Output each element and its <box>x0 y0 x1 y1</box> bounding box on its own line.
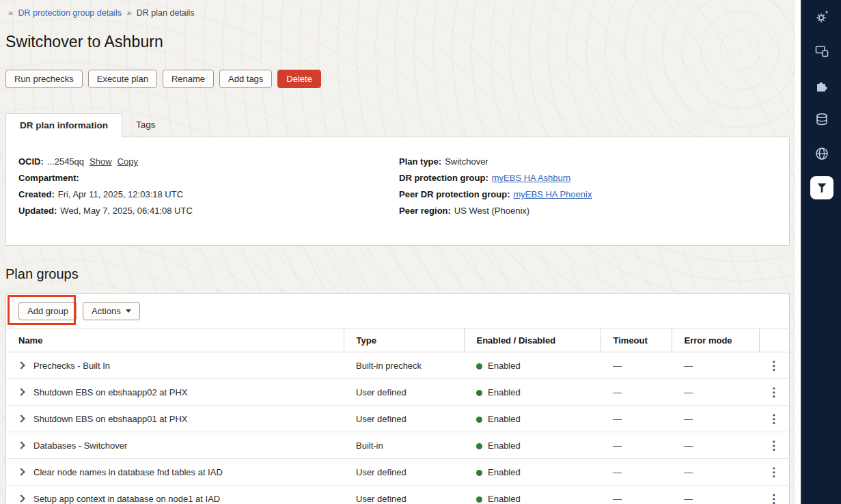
add-tags-button[interactable]: Add tags <box>219 70 272 88</box>
breadcrumb-current: DR plan details <box>137 8 195 18</box>
status-dot <box>476 496 482 503</box>
active-tool-button[interactable] <box>810 176 833 199</box>
updated-value: Wed, May 7, 2025, 06:41:08 UTC <box>60 206 192 216</box>
extensions-button[interactable] <box>810 74 833 97</box>
error-mode-value: — <box>672 486 759 504</box>
status-dot <box>476 443 482 449</box>
row-actions-kebab-icon[interactable]: ⋮ <box>759 432 789 459</box>
expand-chevron-icon[interactable] <box>17 468 25 475</box>
plan-group-type: Built-in <box>344 432 464 459</box>
table-row: Shutdown EBS on ebshaapp02 at PHX User d… <box>6 379 789 406</box>
plan-group-name: Databases - Switchover <box>33 440 127 451</box>
row-actions-kebab-icon[interactable]: ⋮ <box>759 406 789 432</box>
database-button[interactable] <box>810 108 833 131</box>
column-header-name: Name <box>6 329 344 352</box>
expand-chevron-icon[interactable] <box>17 494 25 502</box>
table-row: Clear node names in database fnd tables … <box>6 459 789 486</box>
plan-groups-toolbar: Add group Actions <box>6 294 789 328</box>
funnel-icon <box>814 180 829 195</box>
row-actions-kebab-icon[interactable]: ⋮ <box>759 352 789 379</box>
dr-plan-information-panel: OCID:...2545qqShowCopy Compartment: Crea… <box>5 137 790 246</box>
plan-group-name: Clear node names in database fnd tables … <box>33 467 223 477</box>
row-actions-kebab-icon[interactable]: ⋮ <box>759 486 789 504</box>
breadcrumb: » DR protection group details » DR plan … <box>5 0 790 18</box>
tab-dr-plan-information[interactable]: DR plan information <box>5 113 122 137</box>
plan-groups-title: Plan groups <box>5 266 790 282</box>
page-actions: Run prechecks Execute plan Rename Add ta… <box>5 70 790 88</box>
status-label: Enabled <box>488 414 521 424</box>
plan-type-field: Plan type:Switchover <box>399 154 777 170</box>
ocid-show-link[interactable]: Show <box>89 156 112 167</box>
table-row: Setup app context in database on node1 a… <box>6 486 789 504</box>
field-label: DR protection group: <box>399 173 488 183</box>
plan-group-type: Built-in precheck <box>344 352 464 379</box>
add-group-button[interactable]: Add group <box>18 302 77 320</box>
table-header-row: Name Type Enabled / Disabled Timeout Err… <box>6 329 789 352</box>
row-actions-kebab-icon[interactable]: ⋮ <box>759 459 789 486</box>
created-field: Created:Fri, Apr 11, 2025, 12:03:18 UTC <box>18 186 399 203</box>
expand-chevron-icon[interactable] <box>17 415 25 422</box>
status-dot <box>476 470 482 476</box>
execute-plan-button[interactable]: Execute plan <box>88 70 157 88</box>
gear-sparkle-button[interactable] <box>810 5 833 29</box>
plan-group-name: Shutdown EBS on ebshaapp02 at PHX <box>33 387 188 397</box>
plan-groups-card: Add group Actions Name Type Enabled / Di… <box>5 293 790 504</box>
devices-button[interactable] <box>810 40 833 63</box>
timeout-value: — <box>601 459 672 486</box>
tab-tags[interactable]: Tags <box>122 113 169 137</box>
breadcrumb-separator: » <box>126 8 131 18</box>
ocid-field: OCID:...2545qqShowCopy <box>18 154 399 170</box>
row-actions-kebab-icon[interactable]: ⋮ <box>759 379 789 406</box>
expand-chevron-icon[interactable] <box>17 361 25 369</box>
ocid-copy-link[interactable]: Copy <box>118 156 138 167</box>
scrollbar[interactable] <box>795 0 801 504</box>
table-row: Databases - Switchover Built-in Enabled … <box>6 432 789 459</box>
error-mode-value: — <box>672 459 759 486</box>
main-content: » DR protection group details » DR plan … <box>0 0 795 504</box>
error-mode-value: — <box>672 406 759 432</box>
breadcrumb-separator: » <box>8 8 13 18</box>
peer-dr-protection-group-link[interactable]: myEBS HA Phoenix <box>514 189 592 199</box>
column-header-timeout: Timeout <box>601 329 672 352</box>
actions-menu-button[interactable]: Actions <box>83 302 140 320</box>
column-header-error-mode: Error mode <box>672 329 759 352</box>
compartment-field: Compartment: <box>18 170 399 186</box>
globe-icon <box>814 145 830 162</box>
field-label: Peer region: <box>399 206 451 216</box>
breadcrumb-link-dr-protection-group-details[interactable]: DR protection group details <box>18 8 121 18</box>
field-label: Created: <box>18 189 55 199</box>
field-label: Plan type: <box>399 156 441 167</box>
devices-icon <box>814 43 830 59</box>
table-row: Shutdown EBS on ebshaapp01 at PHX User d… <box>6 406 789 432</box>
field-label: Updated: <box>18 206 57 216</box>
globe-button[interactable] <box>810 142 833 165</box>
browser-side-rail <box>801 0 841 504</box>
error-mode-value: — <box>672 432 759 459</box>
plan-group-type: User defined <box>344 459 464 486</box>
page-title: Switchover to Ashburn <box>5 33 790 51</box>
status-label: Enabled <box>488 494 521 504</box>
timeout-value: — <box>601 406 672 432</box>
timeout-value: — <box>601 379 672 406</box>
details-right-column: Plan type:Switchover DR protection group… <box>399 154 777 219</box>
timeout-value: — <box>601 432 672 459</box>
delete-button[interactable]: Delete <box>277 70 321 88</box>
dr-protection-group-link[interactable]: myEBS HA Ashburn <box>492 173 571 183</box>
plan-group-name: Shutdown EBS on ebshaapp01 at PHX <box>33 414 188 424</box>
expand-chevron-icon[interactable] <box>17 441 25 449</box>
column-header-actions <box>759 329 789 352</box>
error-mode-value: — <box>672 379 759 406</box>
rename-button[interactable]: Rename <box>163 70 214 88</box>
plan-group-type: User defined <box>344 379 464 406</box>
status-label: Enabled <box>488 361 521 371</box>
dr-protection-group-field: DR protection group:myEBS HA Ashburn <box>399 170 777 186</box>
status-dot <box>476 417 482 423</box>
run-prechecks-button[interactable]: Run prechecks <box>5 70 83 88</box>
column-header-enabled-disabled: Enabled / Disabled <box>464 329 601 352</box>
plan-group-name: Setup app context in database on node1 a… <box>33 494 220 504</box>
status-label: Enabled <box>488 440 521 451</box>
updated-field: Updated:Wed, May 7, 2025, 06:41:08 UTC <box>18 203 399 219</box>
plan-group-type: User defined <box>344 406 464 432</box>
expand-chevron-icon[interactable] <box>17 388 25 395</box>
details-left-column: OCID:...2545qqShowCopy Compartment: Crea… <box>18 154 399 219</box>
